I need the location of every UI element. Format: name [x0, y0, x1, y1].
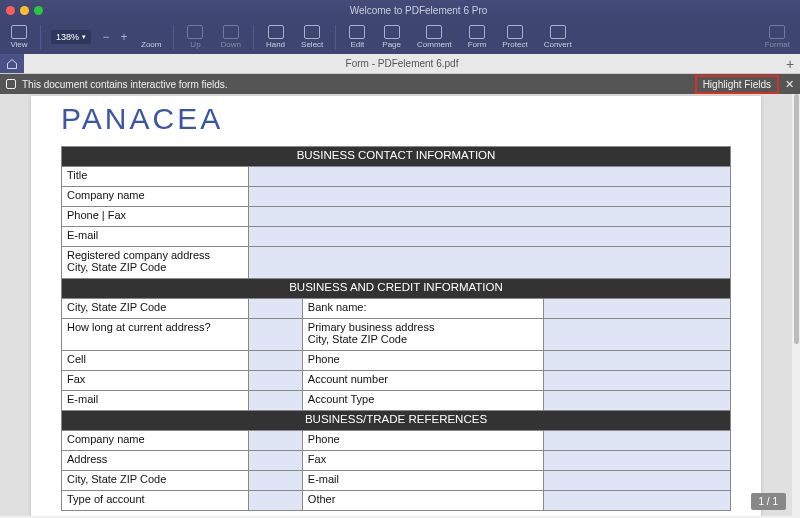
select-button[interactable]: Select	[295, 20, 329, 54]
info-message: This document contains interactive form …	[22, 79, 228, 90]
field-label: Account number	[302, 371, 543, 391]
zoom-out-button[interactable]: −	[99, 30, 113, 44]
form-field[interactable]	[543, 391, 730, 411]
convert-icon	[550, 25, 566, 39]
main-toolbar: View 138% − + Zoom Up Down Hand Select E…	[0, 20, 800, 54]
pdf-page: PANACEA BUSINESS CONTACT INFORMATION Tit…	[31, 96, 761, 516]
form-field[interactable]	[249, 431, 303, 451]
field-label: Type of account	[62, 491, 249, 511]
form-field[interactable]	[249, 319, 303, 351]
form-field[interactable]	[249, 371, 303, 391]
field-label: E-mail	[62, 227, 249, 247]
section-header: BUSINESS AND CREDIT INFORMATION	[62, 279, 731, 299]
page-icon	[384, 25, 400, 39]
form-field[interactable]	[249, 187, 731, 207]
format-button[interactable]: Format	[759, 20, 796, 54]
form-field[interactable]	[249, 491, 303, 511]
window-title: Welcome to PDFelement 6 Pro	[43, 5, 794, 16]
form-field[interactable]	[543, 451, 730, 471]
form-icon	[469, 25, 485, 39]
form-field[interactable]	[543, 319, 730, 351]
field-label: Fax	[62, 371, 249, 391]
field-label: Bank name:	[302, 299, 543, 319]
format-icon	[769, 25, 785, 39]
zoom-button[interactable]: Zoom	[135, 20, 167, 54]
document-logo: PANACEA	[61, 102, 731, 136]
field-label: Address	[62, 451, 249, 471]
highlight-fields-button[interactable]: Highlight Fields	[695, 75, 779, 94]
maximize-icon[interactable]	[34, 6, 43, 15]
edit-button[interactable]: Edit	[342, 20, 372, 54]
field-label: City, State ZIP Code	[62, 299, 249, 319]
field-label: How long at current address?	[62, 319, 249, 351]
form-field[interactable]	[249, 351, 303, 371]
protect-button[interactable]: Protect	[496, 20, 533, 54]
form-field[interactable]	[249, 207, 731, 227]
page-button[interactable]: Page	[376, 20, 407, 54]
close-infobar-button[interactable]: ✕	[785, 78, 794, 91]
section-header: BUSINESS CONTACT INFORMATION	[62, 147, 731, 167]
info-bar: This document contains interactive form …	[0, 74, 800, 94]
field-label: Other	[302, 491, 543, 511]
form-info-icon	[6, 79, 16, 89]
scroll-thumb[interactable]	[794, 94, 799, 344]
section-header: BUSINESS/TRADE REFERENCES	[62, 411, 731, 431]
field-label: Fax	[302, 451, 543, 471]
field-label: Phone | Fax	[62, 207, 249, 227]
select-icon	[304, 25, 320, 39]
field-label: E-mail	[302, 471, 543, 491]
comment-icon	[426, 25, 442, 39]
form-field[interactable]	[249, 471, 303, 491]
minimize-icon[interactable]	[20, 6, 29, 15]
down-icon	[223, 25, 239, 39]
scrollbar[interactable]	[794, 94, 799, 516]
form-field[interactable]	[543, 371, 730, 391]
field-label: Company name	[62, 431, 249, 451]
form-field[interactable]	[249, 227, 731, 247]
form-field[interactable]	[543, 299, 730, 319]
field-label: Registered company addressCity, State ZI…	[62, 247, 249, 279]
form-field[interactable]	[543, 351, 730, 371]
form-field[interactable]	[249, 451, 303, 471]
view-button[interactable]: View	[4, 20, 34, 54]
protect-icon	[507, 25, 523, 39]
form-field[interactable]	[543, 431, 730, 451]
field-label: Phone	[302, 351, 543, 371]
convert-button[interactable]: Convert	[538, 20, 578, 54]
home-tab[interactable]	[0, 54, 24, 73]
comment-button[interactable]: Comment	[411, 20, 458, 54]
form-field[interactable]	[543, 491, 730, 511]
field-label: Phone	[302, 431, 543, 451]
zoom-in-button[interactable]: +	[117, 30, 131, 44]
form-field[interactable]	[249, 299, 303, 319]
form-field[interactable]	[249, 247, 731, 279]
field-label: Primary business addressCity, State ZIP …	[302, 319, 543, 351]
field-label: Cell	[62, 351, 249, 371]
field-label: E-mail	[62, 391, 249, 411]
window-controls[interactable]	[6, 6, 43, 15]
form-field[interactable]	[543, 471, 730, 491]
field-label: Account Type	[302, 391, 543, 411]
home-icon	[6, 58, 18, 70]
zoom-select[interactable]: 138%	[51, 30, 91, 44]
field-label: City, State ZIP Code	[62, 471, 249, 491]
form-button[interactable]: Form	[462, 20, 493, 54]
add-tab-button[interactable]: +	[780, 56, 800, 72]
field-label: Title	[62, 167, 249, 187]
up-button[interactable]: Up	[180, 20, 210, 54]
page-indicator: 1 / 1	[751, 493, 786, 510]
tab-bar: Form - PDFelement 6.pdf +	[0, 54, 800, 74]
up-icon	[187, 25, 203, 39]
document-viewport[interactable]: PANACEA BUSINESS CONTACT INFORMATION Tit…	[0, 94, 792, 516]
edit-icon	[349, 25, 365, 39]
document-tab[interactable]: Form - PDFelement 6.pdf	[24, 58, 780, 69]
hand-button[interactable]: Hand	[260, 20, 291, 54]
form-field[interactable]	[249, 391, 303, 411]
view-icon	[11, 25, 27, 39]
close-icon[interactable]	[6, 6, 15, 15]
form-field[interactable]	[249, 167, 731, 187]
down-button[interactable]: Down	[214, 20, 246, 54]
field-label: Company name	[62, 187, 249, 207]
hand-icon	[268, 25, 284, 39]
